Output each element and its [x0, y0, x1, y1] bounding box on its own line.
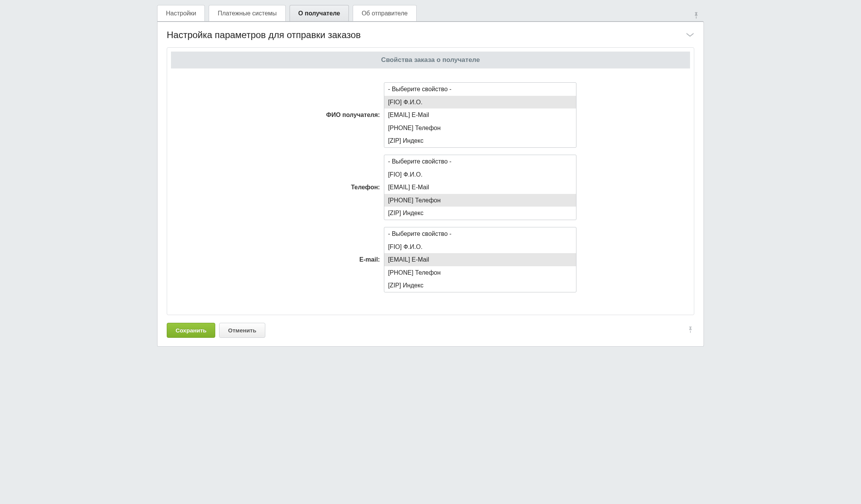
listbox-email[interactable]: - Выберите свойство - [FIO] Ф.И.О. [EMAI…	[384, 227, 576, 292]
field-label-phone: Телефон:	[171, 155, 384, 227]
section-header: Свойства заказа о получателе	[171, 52, 690, 68]
listbox-phone[interactable]: - Выберите свойство - [FIO] Ф.И.О. [EMAI…	[384, 155, 576, 220]
listbox-option[interactable]: - Выберите свойство -	[384, 155, 576, 168]
listbox-option[interactable]: [FIO] Ф.И.О.	[384, 96, 576, 109]
listbox-option[interactable]: [FIO] Ф.И.О.	[384, 168, 576, 181]
tab-about-sender[interactable]: Об отправителе	[353, 5, 417, 22]
tab-payment-systems[interactable]: Платежные системы	[209, 5, 285, 22]
save-button[interactable]: Сохранить	[167, 323, 215, 338]
listbox-option[interactable]: [ZIP] Индекс	[384, 207, 576, 220]
listbox-option[interactable]: [EMAIL] E-Mail	[384, 181, 576, 194]
pin-icon[interactable]	[687, 326, 694, 335]
field-label-email: E-mail:	[171, 227, 384, 299]
listbox-option[interactable]: [EMAIL] E-Mail	[384, 253, 576, 266]
tab-about-recipient[interactable]: О получателе	[290, 5, 349, 22]
listbox-option[interactable]: - Выберите свойство -	[384, 227, 576, 240]
listbox-option[interactable]: [ZIP] Индекс	[384, 134, 576, 147]
listbox-fio[interactable]: - Выберите свойство - [FIO] Ф.И.О. [EMAI…	[384, 82, 576, 148]
listbox-option[interactable]: - Выберите свойство -	[384, 83, 576, 96]
listbox-option[interactable]: [ZIP] Индекс	[384, 279, 576, 292]
pin-icon[interactable]	[692, 12, 700, 20]
cancel-button[interactable]: Отменить	[219, 323, 265, 338]
collapse-icon[interactable]	[686, 32, 694, 38]
form-frame: Свойства заказа о получателе ФИО получат…	[167, 47, 694, 315]
panel-title: Настройка параметров для отправки заказо…	[167, 30, 361, 40]
listbox-option[interactable]: [FIO] Ф.И.О.	[384, 240, 576, 254]
listbox-option[interactable]: [PHONE] Телефон	[384, 194, 576, 207]
main-panel: Настройка параметров для отправки заказо…	[157, 21, 704, 347]
listbox-option[interactable]: [PHONE] Телефон	[384, 266, 576, 279]
listbox-option[interactable]: [EMAIL] E-Mail	[384, 108, 576, 122]
tab-bar: Настройки Платежные системы О получателе…	[157, 5, 704, 21]
tab-settings[interactable]: Настройки	[157, 5, 205, 22]
listbox-option[interactable]: [PHONE] Телефон	[384, 122, 576, 135]
field-label-fio: ФИО получателя:	[171, 82, 384, 155]
